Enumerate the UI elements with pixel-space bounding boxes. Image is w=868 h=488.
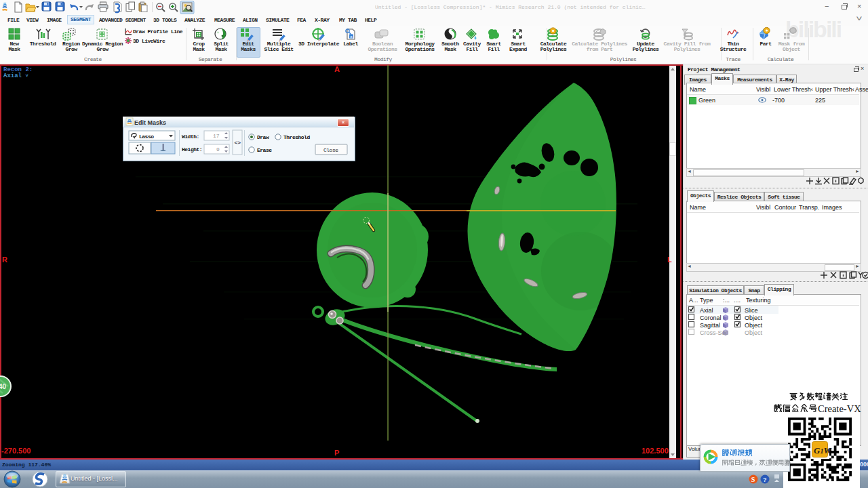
svg-text:Lasso: Lasso [139,134,154,140]
svg-text:9: 9 [216,146,220,152]
svg-text:Height:: Height: [182,146,202,152]
svg-text:40: 40 [0,383,7,390]
svg-text:Create-VX: Create-VX [818,403,861,414]
svg-text:?: ? [763,476,767,483]
svg-text:Width:: Width: [182,134,199,140]
svg-text:<>: <> [235,140,241,146]
svg-text:Threshold: Threshold [283,134,310,140]
svg-text:Erase: Erase [257,147,272,153]
svg-text:G1W: G1W [814,445,832,455]
svg-text:S: S [751,476,755,483]
svg-text:Draw: Draw [257,134,269,140]
svg-text:17: 17 [213,133,220,139]
svg-text:Close: Close [323,147,338,153]
